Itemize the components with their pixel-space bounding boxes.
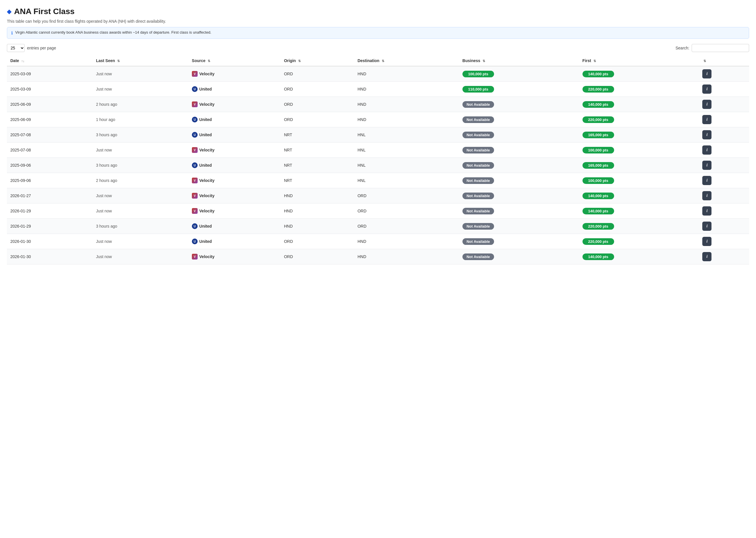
velocity-icon: V bbox=[192, 193, 198, 198]
united-icon: U bbox=[192, 223, 198, 229]
cell-business: Not Available bbox=[459, 112, 579, 127]
cell-business: 100,000 pts bbox=[459, 66, 579, 81]
business-badge: Not Available bbox=[462, 238, 494, 245]
first-badge: 100,000 pts bbox=[583, 177, 614, 184]
first-badge: 140,000 pts bbox=[583, 101, 614, 108]
cell-last-seen: 3 hours ago bbox=[92, 219, 188, 234]
table-row: 2025-03-09 Just now V Velocity ORD HND 1… bbox=[7, 66, 749, 81]
col-actions[interactable]: ⇅ bbox=[699, 55, 749, 66]
info-icon: i bbox=[706, 87, 707, 91]
info-button[interactable]: i bbox=[702, 145, 711, 155]
cell-source: V Velocity bbox=[188, 249, 281, 264]
cell-origin: HND bbox=[281, 203, 354, 219]
info-icon: i bbox=[706, 102, 707, 107]
entries-control: 25 50 100 entries per page bbox=[7, 44, 56, 52]
cell-actions: i bbox=[699, 97, 749, 112]
cell-date: 2025-03-09 bbox=[7, 66, 92, 81]
source-name: Velocity bbox=[199, 193, 214, 198]
info-button[interactable]: i bbox=[702, 100, 711, 109]
source-name: Velocity bbox=[199, 209, 214, 213]
business-badge: Not Available bbox=[462, 162, 494, 169]
info-button[interactable]: i bbox=[702, 161, 711, 170]
info-icon: i bbox=[706, 224, 707, 229]
col-first[interactable]: First ⇅ bbox=[579, 55, 699, 66]
cell-source: V Velocity bbox=[188, 97, 281, 112]
cell-source: U United bbox=[188, 127, 281, 142]
cell-source: U United bbox=[188, 81, 281, 97]
search-input[interactable] bbox=[692, 44, 749, 52]
velocity-icon: V bbox=[192, 101, 198, 107]
info-button[interactable]: i bbox=[702, 69, 711, 79]
first-badge: 140,000 pts bbox=[583, 192, 614, 199]
cell-date: 2026-01-30 bbox=[7, 249, 92, 264]
info-button[interactable]: i bbox=[702, 115, 711, 124]
cell-date: 2025-07-08 bbox=[7, 127, 92, 142]
business-badge: Not Available bbox=[462, 253, 494, 260]
col-destination[interactable]: Destination ⇅ bbox=[354, 55, 459, 66]
business-badge: Not Available bbox=[462, 192, 494, 199]
cell-destination: HNL bbox=[354, 127, 459, 142]
cell-first: 100,000 pts bbox=[579, 173, 699, 188]
info-button[interactable]: i bbox=[702, 130, 711, 139]
cell-first: 220,000 pts bbox=[579, 219, 699, 234]
cell-last-seen: 3 hours ago bbox=[92, 158, 188, 173]
cell-last-seen: Just now bbox=[92, 81, 188, 97]
info-button[interactable]: i bbox=[702, 176, 711, 185]
col-date[interactable]: Date ↑↓ bbox=[7, 55, 92, 66]
info-button[interactable]: i bbox=[702, 237, 711, 246]
business-badge: Not Available bbox=[462, 177, 494, 184]
cell-last-seen: Just now bbox=[92, 142, 188, 158]
cell-business: Not Available bbox=[459, 188, 579, 203]
cell-actions: i bbox=[699, 188, 749, 203]
cell-actions: i bbox=[699, 112, 749, 127]
col-source[interactable]: Source ⇅ bbox=[188, 55, 281, 66]
col-last-seen[interactable]: Last Seen ⇅ bbox=[92, 55, 188, 66]
source-name: Velocity bbox=[199, 102, 214, 107]
velocity-icon: V bbox=[192, 178, 198, 183]
business-badge: Not Available bbox=[462, 147, 494, 153]
info-button[interactable]: i bbox=[702, 252, 711, 261]
sort-date-icon: ↑↓ bbox=[21, 59, 24, 63]
cell-source: U United bbox=[188, 219, 281, 234]
sort-first-icon: ⇅ bbox=[593, 59, 596, 63]
cell-business: Not Available bbox=[459, 203, 579, 219]
source-name: Velocity bbox=[199, 178, 214, 183]
info-button[interactable]: i bbox=[702, 84, 711, 94]
business-badge: Not Available bbox=[462, 208, 494, 214]
first-badge: 220,000 pts bbox=[583, 116, 614, 123]
source-name: United bbox=[199, 117, 212, 122]
info-icon: i bbox=[706, 148, 707, 152]
info-icon: i bbox=[706, 133, 707, 137]
cell-destination: HNL bbox=[354, 158, 459, 173]
cell-last-seen: Just now bbox=[92, 66, 188, 81]
info-icon: i bbox=[706, 209, 707, 213]
united-icon: U bbox=[192, 132, 198, 138]
info-button[interactable]: i bbox=[702, 206, 711, 216]
cell-origin: HND bbox=[281, 188, 354, 203]
info-button[interactable]: i bbox=[702, 191, 711, 200]
united-icon: U bbox=[192, 162, 198, 168]
cell-destination: ORD bbox=[354, 219, 459, 234]
cell-first: 220,000 pts bbox=[579, 234, 699, 249]
col-origin[interactable]: Origin ⇅ bbox=[281, 55, 354, 66]
velocity-icon: V bbox=[192, 147, 198, 153]
cell-first: 140,000 pts bbox=[579, 188, 699, 203]
info-icon: i bbox=[706, 178, 707, 183]
table-row: 2025-03-09 Just now U United ORD HND 110… bbox=[7, 81, 749, 97]
cell-origin: HND bbox=[281, 219, 354, 234]
cell-date: 2025-06-09 bbox=[7, 97, 92, 112]
cell-source: V Velocity bbox=[188, 203, 281, 219]
cell-actions: i bbox=[699, 249, 749, 264]
page-title: ◆ ANA First Class bbox=[7, 7, 749, 16]
table-row: 2026-01-29 Just now V Velocity HND ORD N… bbox=[7, 203, 749, 219]
entries-select[interactable]: 25 50 100 bbox=[7, 44, 25, 52]
col-business[interactable]: Business ⇅ bbox=[459, 55, 579, 66]
cell-destination: HNL bbox=[354, 173, 459, 188]
info-button[interactable]: i bbox=[702, 222, 711, 231]
cell-source: V Velocity bbox=[188, 188, 281, 203]
source-name: Velocity bbox=[199, 148, 214, 152]
cell-destination: HNL bbox=[354, 142, 459, 158]
sort-destination-icon: ⇅ bbox=[382, 59, 384, 63]
cell-last-seen: Just now bbox=[92, 249, 188, 264]
cell-destination: HND bbox=[354, 81, 459, 97]
